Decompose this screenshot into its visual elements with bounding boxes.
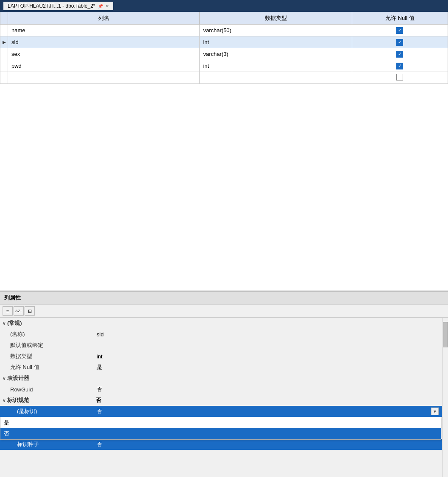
prop-key: (是标识) [0, 406, 93, 417]
column-name-cell[interactable]: name [8, 25, 200, 36]
dropdown-value: 否 [97, 408, 102, 415]
prop-value: int [93, 351, 442, 362]
row-indicator [0, 48, 8, 60]
prop-group-value [93, 373, 442, 384]
table-row[interactable]: pwdint✓ [0, 60, 448, 72]
properties-toolbar: ≡ AZ↓ ⊞ [0, 305, 448, 318]
table-row[interactable]: namevarchar(50)✓ [0, 25, 448, 36]
toolbar-sort-btn[interactable]: AZ↓ [14, 306, 24, 316]
dropdown-popup: 是否 [0, 417, 441, 440]
row-indicator [0, 60, 8, 72]
chevron-down-icon[interactable]: ▼ [431, 408, 439, 415]
nullable-checkbox-checked[interactable]: ✓ [396, 27, 403, 34]
collapse-icon: ∨ [3, 398, 6, 403]
pin-icon[interactable]: 📌 [98, 4, 103, 8]
column-table: 列名 数据类型 允许 Null 值 namevarchar(50)✓▶sidin… [0, 12, 448, 84]
collapse-icon: ∨ [3, 321, 6, 326]
properties-panel-title: 列属性 [0, 291, 448, 305]
scrollbar-thumb[interactable] [443, 322, 448, 347]
prop-value: 否 [93, 384, 442, 395]
dropdown-popup-row: 是否 [0, 417, 442, 428]
prop-group-header[interactable]: ∨(常规) [0, 318, 442, 329]
tab-title: LAPTOP-HLAU2TJT...1 - dbo.Table_2* [8, 3, 95, 9]
col-header-name: 列名 [8, 12, 200, 25]
dropdown-widget[interactable]: 否▼ [97, 408, 439, 415]
prop-group-value [93, 318, 442, 329]
prop-key: 标识种子 [0, 439, 93, 450]
sort-icon: AZ↓ [15, 309, 22, 313]
prop-key: 数据类型 [0, 351, 93, 362]
title-bar: LAPTOP-HLAU2TJT...1 - dbo.Table_2* 📌 ✕ [0, 0, 448, 12]
prop-row[interactable]: (名称)sid [0, 329, 442, 340]
prop-value[interactable]: 否▼ [93, 406, 442, 417]
scrollbar[interactable] [442, 318, 448, 477]
nullable-checkbox-checked[interactable]: ✓ [396, 51, 403, 58]
column-type-cell[interactable]: int [200, 60, 352, 72]
nullable-checkbox-empty[interactable] [396, 74, 403, 80]
column-type-cell[interactable]: int [200, 36, 352, 48]
prop-row[interactable]: 允许 Null 值是 [0, 362, 442, 373]
column-type-cell[interactable]: varchar(3) [200, 48, 352, 60]
prop-key: (名称) [0, 329, 93, 340]
column-name-cell[interactable]: pwd [8, 60, 200, 72]
collapse-icon: ∨ [3, 376, 6, 381]
properties-panel: 列属性 ≡ AZ↓ ⊞ ∨(常规)(名称)sid默认值或绑定数据类型int允许 … [0, 291, 448, 477]
prop-value: sid [93, 329, 442, 340]
row-indicator [0, 25, 8, 36]
column-name-cell[interactable] [8, 72, 200, 84]
nullable-checkbox-checked[interactable]: ✓ [396, 39, 403, 46]
column-name-cell[interactable]: sex [8, 48, 200, 60]
dropdown-option[interactable]: 否 [0, 428, 441, 439]
prop-group-value: 否 [93, 395, 442, 406]
col-header-indicator [0, 12, 8, 25]
column-nullable-cell[interactable] [352, 72, 448, 84]
prop-key: RowGuid [0, 384, 93, 395]
dropdown-option[interactable]: 是 [0, 417, 441, 428]
table-row[interactable]: ▶sidint✓ [0, 36, 448, 48]
toolbar-grid-btn[interactable]: ⊞ [25, 306, 35, 316]
prop-value [93, 340, 442, 351]
list-icon: ≡ [6, 308, 9, 313]
prop-row[interactable]: RowGuid否 [0, 384, 442, 395]
column-name-cell[interactable]: sid [8, 36, 200, 48]
prop-value: 否 [93, 439, 442, 450]
toolbar-list-btn[interactable]: ≡ [3, 306, 13, 316]
column-nullable-cell[interactable]: ✓ [352, 48, 448, 60]
prop-key: 允许 Null 值 [0, 362, 93, 373]
document-tab[interactable]: LAPTOP-HLAU2TJT...1 - dbo.Table_2* 📌 ✕ [3, 2, 113, 10]
prop-row[interactable]: (是标识)否▼ [0, 406, 442, 417]
prop-group-header[interactable]: ∨标识规范否 [0, 395, 442, 406]
properties-table: ∨(常规)(名称)sid默认值或绑定数据类型int允许 Null 值是∨表设计器… [0, 318, 442, 450]
row-indicator: ▶ [0, 36, 8, 48]
prop-group-header[interactable]: ∨表设计器 [0, 373, 442, 384]
row-indicator [0, 72, 8, 84]
column-type-cell[interactable] [200, 72, 352, 84]
column-nullable-cell[interactable]: ✓ [352, 25, 448, 36]
prop-row[interactable]: 数据类型int [0, 351, 442, 362]
close-icon[interactable]: ✕ [106, 4, 109, 8]
table-row[interactable] [0, 72, 448, 84]
properties-content: ∨(常规)(名称)sid默认值或绑定数据类型int允许 Null 值是∨表设计器… [0, 318, 448, 477]
column-nullable-cell[interactable]: ✓ [352, 60, 448, 72]
column-nullable-cell[interactable]: ✓ [352, 36, 448, 48]
properties-grid: ∨(常规)(名称)sid默认值或绑定数据类型int允许 Null 值是∨表设计器… [0, 318, 442, 477]
prop-key: 默认值或绑定 [0, 340, 93, 351]
grid-icon: ⊞ [28, 308, 32, 314]
column-type-cell[interactable]: varchar(50) [200, 25, 352, 36]
nullable-checkbox-checked[interactable]: ✓ [396, 63, 403, 69]
prop-value: 是 [93, 362, 442, 373]
prop-row[interactable]: 标识种子否 [0, 439, 442, 450]
col-header-nullable: 允许 Null 值 [352, 12, 448, 25]
column-designer-area: 列名 数据类型 允许 Null 值 namevarchar(50)✓▶sidin… [0, 12, 448, 291]
table-row[interactable]: sexvarchar(3)✓ [0, 48, 448, 60]
prop-row[interactable]: 默认值或绑定 [0, 340, 442, 351]
col-header-type: 数据类型 [200, 12, 352, 25]
